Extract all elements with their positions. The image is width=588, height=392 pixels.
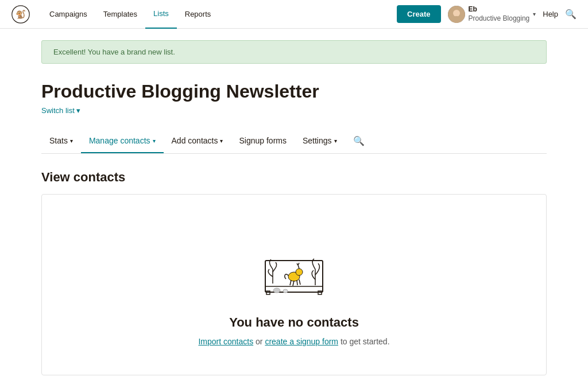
svg-line-13: [297, 280, 297, 285]
empty-state-card: You have no contacts Import contacts or …: [41, 194, 547, 375]
nav-lists[interactable]: Lists: [145, 0, 177, 29]
get-started-text: to get started.: [338, 337, 390, 346]
subnav-stats-caret-icon: ▾: [70, 138, 73, 144]
section-title: View contacts: [41, 170, 547, 185]
user-org: Productive Blogging: [469, 14, 530, 24]
subnav-search-icon[interactable]: 🔍: [349, 129, 369, 153]
import-contacts-link[interactable]: Import contacts: [198, 337, 253, 346]
empty-state-description: Import contacts or create a signup form …: [198, 337, 389, 346]
switch-list-label: Switch list: [41, 106, 75, 115]
avatar: [448, 6, 465, 23]
create-button[interactable]: Create: [397, 5, 440, 23]
create-signup-form-link[interactable]: create a signup form: [265, 337, 338, 346]
page-footer: 🐒 mailchimp: [0, 375, 588, 392]
top-navigation: 🐒 Campaigns Templates Lists Reports Crea…: [0, 0, 588, 29]
user-name: Eb: [469, 5, 530, 14]
sub-navigation: Stats ▾ Manage contacts ▾ Add contacts ▾…: [41, 129, 547, 154]
subnav-manage-contacts-label: Manage contacts: [89, 136, 150, 145]
subnav-settings-caret-icon: ▾: [334, 138, 337, 144]
help-link[interactable]: Help: [543, 10, 558, 18]
empty-illustration: [248, 229, 340, 298]
svg-point-20: [273, 288, 280, 293]
svg-point-10: [296, 269, 303, 275]
nav-templates[interactable]: Templates: [95, 0, 145, 29]
switch-list-chevron-icon: ▾: [76, 106, 80, 115]
subnav-manage-contacts[interactable]: Manage contacts ▾: [81, 129, 164, 153]
svg-line-15: [298, 265, 299, 269]
or-text: or: [253, 337, 265, 346]
user-menu-chevron-icon: ▾: [533, 11, 536, 17]
subnav-signup-forms[interactable]: Signup forms: [231, 129, 294, 153]
svg-point-21: [283, 289, 288, 293]
subnav-add-contacts-caret-icon: ▾: [220, 138, 223, 144]
subnav-add-contacts[interactable]: Add contacts ▾: [164, 129, 231, 153]
user-menu[interactable]: Eb Productive Blogging ▾: [448, 5, 536, 23]
subnav-settings-label: Settings: [303, 136, 332, 145]
page-content: Excellent! You have a brand new list. Pr…: [18, 40, 570, 375]
nav-right: Create Eb Productive Blogging ▾ Help 🔍: [397, 5, 577, 23]
subnav-settings[interactable]: Settings ▾: [295, 129, 345, 153]
svg-line-14: [299, 280, 300, 285]
success-banner: Excellent! You have a brand new list.: [41, 40, 547, 64]
subnav-stats-label: Stats: [49, 136, 68, 145]
subnav-manage-contacts-caret-icon: ▾: [153, 138, 156, 144]
switch-list-link[interactable]: Switch list ▾: [41, 106, 80, 115]
svg-text:🐒: 🐒: [16, 9, 26, 20]
subnav-signup-forms-label: Signup forms: [239, 136, 286, 145]
svg-line-11: [290, 280, 291, 285]
page-title: Productive Blogging Newsletter: [41, 81, 547, 102]
subnav-add-contacts-label: Add contacts: [172, 136, 218, 145]
nav-reports[interactable]: Reports: [177, 0, 219, 29]
nav-campaigns[interactable]: Campaigns: [41, 0, 95, 29]
svg-line-17: [298, 263, 299, 265]
banner-message: Excellent! You have a brand new list.: [53, 48, 175, 56]
user-info: Eb Productive Blogging: [469, 5, 530, 23]
subnav-stats[interactable]: Stats ▾: [41, 129, 81, 153]
mailchimp-logo[interactable]: 🐒: [11, 5, 30, 24]
nav-links: Campaigns Templates Lists Reports: [41, 0, 219, 29]
empty-state-title: You have no contacts: [229, 315, 359, 330]
svg-point-3: [453, 10, 460, 17]
search-icon[interactable]: 🔍: [565, 9, 577, 20]
